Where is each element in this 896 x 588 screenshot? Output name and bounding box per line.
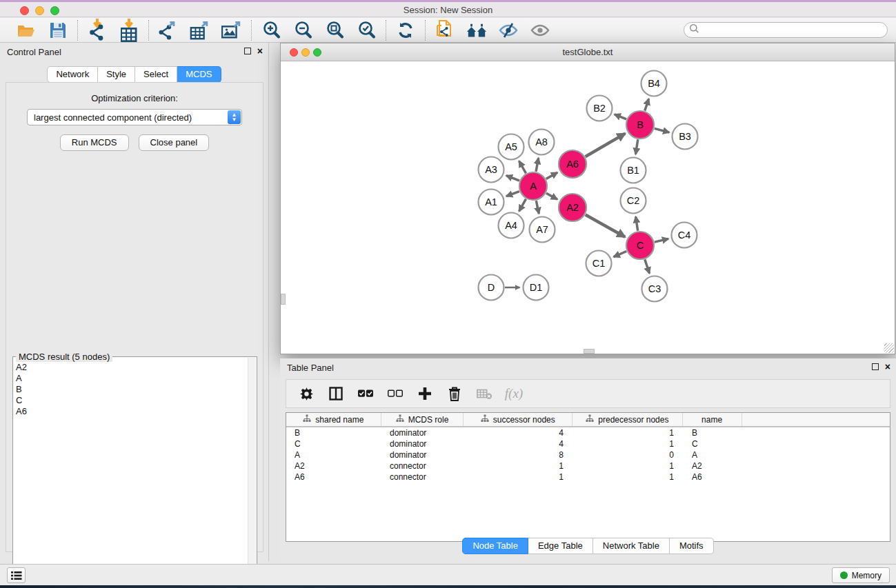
column-header-successor-nodes[interactable]: successor nodes <box>464 413 573 426</box>
close-panel-button[interactable]: Close panel <box>139 134 210 151</box>
graph-node-D1[interactable]: D1 <box>524 275 549 301</box>
export-table-icon[interactable] <box>190 20 210 41</box>
edge-A-A7[interactable] <box>536 201 539 214</box>
float-panel-icon[interactable] <box>244 48 251 54</box>
window-resize-grip[interactable] <box>884 343 894 353</box>
graph-node-B2[interactable]: B2 <box>587 96 613 121</box>
tab-select[interactable]: Select <box>135 66 177 83</box>
export-network-icon[interactable] <box>158 20 179 41</box>
graph-node-A7[interactable]: A7 <box>530 217 555 243</box>
graph-node-A5[interactable]: A5 <box>499 134 524 160</box>
export-image-icon[interactable] <box>221 20 242 41</box>
canvas-left-handle[interactable] <box>281 294 286 305</box>
edge-A-A1[interactable] <box>506 192 519 196</box>
select-all-icon[interactable] <box>358 386 373 401</box>
result-item[interactable]: B <box>16 384 246 395</box>
edge-B-B1[interactable] <box>636 139 638 154</box>
column-header-MCDS-role[interactable]: MCDS role <box>381 413 464 426</box>
column-header-name[interactable]: name <box>683 413 742 426</box>
new-network-icon[interactable] <box>435 20 455 41</box>
edge-A2-C[interactable] <box>586 215 626 237</box>
zoom-fit-icon[interactable] <box>324 20 345 41</box>
result-item[interactable]: A <box>16 373 246 384</box>
graph-node-C2[interactable]: C2 <box>621 188 646 214</box>
table-row[interactable]: A6connector11A6 <box>286 472 890 483</box>
close-panel-icon[interactable]: × <box>257 48 263 54</box>
canvas-bottom-handle[interactable] <box>584 349 595 354</box>
edge-B-B2[interactable] <box>615 114 626 119</box>
refresh-layout-icon[interactable] <box>395 20 416 41</box>
graph-node-A[interactable]: A <box>519 172 547 200</box>
edge-A-A5[interactable] <box>519 161 526 174</box>
graph-node-A2[interactable]: A2 <box>559 194 586 221</box>
split-panel-icon[interactable] <box>328 386 344 401</box>
criterion-dropdown[interactable]: largest connected component (directed) ▲… <box>27 109 242 125</box>
zoom-out-icon[interactable] <box>292 20 313 41</box>
graph-node-A6[interactable]: A6 <box>559 150 586 178</box>
home-icon[interactable] <box>466 20 487 41</box>
tab-mcds[interactable]: MCDS <box>177 66 221 83</box>
result-item[interactable]: C <box>16 395 246 406</box>
edge-C-C2[interactable] <box>636 216 638 231</box>
edge-C-C3[interactable] <box>645 259 650 273</box>
network-graph[interactable]: B4B2BB3A5A8A6B1A3AA1C2A2A4A7C4CC1C3DD1 <box>281 61 895 354</box>
result-scrollbar[interactable] <box>248 358 256 587</box>
hide-panel-icon[interactable] <box>498 20 519 41</box>
network-canvas[interactable]: B4B2BB3A5A8A6B1A3AA1C2A2A4A7C4CC1C3DD1 <box>281 61 895 354</box>
network-window-titlebar[interactable]: testGlobe.txt <box>281 43 895 61</box>
graph-node-C[interactable]: C <box>626 232 654 259</box>
graph-node-C4[interactable]: C4 <box>672 223 697 248</box>
trash-icon[interactable] <box>447 386 462 401</box>
column-header-predecessor-nodes[interactable]: predecessor nodes <box>573 413 683 426</box>
result-item[interactable]: A2 <box>16 362 246 373</box>
column-header-shared-name[interactable]: shared name <box>286 413 381 426</box>
task-history-button[interactable] <box>7 567 26 583</box>
edge-A-A6[interactable] <box>546 172 558 179</box>
graph-node-B[interactable]: B <box>626 111 654 139</box>
edge-A-A2[interactable] <box>546 193 557 199</box>
edge-C-C4[interactable] <box>655 239 668 242</box>
edge-B-B4[interactable] <box>645 99 649 110</box>
tab-style[interactable]: Style <box>98 66 135 83</box>
edge-B-B3[interactable] <box>655 128 670 132</box>
graph-node-A3[interactable]: A3 <box>479 157 504 183</box>
tab-network-table[interactable]: Network Table <box>593 538 670 554</box>
save-session-icon[interactable] <box>48 20 68 41</box>
result-item[interactable]: A6 <box>16 406 246 417</box>
deselect-all-icon[interactable] <box>388 386 403 401</box>
table-row[interactable]: Adominator80A <box>286 449 890 460</box>
graph-node-A4[interactable]: A4 <box>499 213 524 239</box>
graph-node-C3[interactable]: C3 <box>642 276 668 302</box>
zoom-in-icon[interactable] <box>261 20 281 41</box>
memory-button[interactable]: Memory <box>832 567 890 583</box>
edge-A-A4[interactable] <box>519 199 526 212</box>
table-row[interactable]: A2connector11A2 <box>286 460 890 472</box>
import-table-icon[interactable] <box>119 20 139 41</box>
graph-node-D[interactable]: D <box>479 275 504 301</box>
open-session-icon[interactable] <box>16 20 37 41</box>
import-network-icon[interactable] <box>87 20 108 41</box>
table-row[interactable]: Cdominator41C <box>286 438 890 449</box>
edge-A-A3[interactable] <box>506 176 519 181</box>
table-float-panel-icon[interactable] <box>872 363 879 370</box>
add-column-icon[interactable] <box>417 386 432 401</box>
graph-node-A1[interactable]: A1 <box>479 190 504 215</box>
graph-node-B4[interactable]: B4 <box>641 71 667 97</box>
edge-A-A8[interactable] <box>536 158 539 172</box>
tab-network[interactable]: Network <box>47 66 98 83</box>
zoom-selected-icon[interactable] <box>356 20 377 41</box>
graph-node-B3[interactable]: B3 <box>673 124 698 150</box>
run-mcds-button[interactable]: Run MCDS <box>60 134 129 151</box>
edge-A6-B[interactable] <box>586 134 626 157</box>
tab-motifs[interactable]: Motifs <box>670 538 714 554</box>
gear-icon[interactable] <box>299 386 314 401</box>
tab-node-table[interactable]: Node Table <box>462 538 528 554</box>
show-eye-icon[interactable] <box>530 20 550 41</box>
graph-node-A8[interactable]: A8 <box>529 130 555 155</box>
graph-node-C1[interactable]: C1 <box>586 251 612 276</box>
table-row[interactable]: Bdominator41B <box>286 427 890 438</box>
table-close-panel-icon[interactable]: × <box>885 363 890 370</box>
graph-node-B1[interactable]: B1 <box>621 158 646 183</box>
search-input[interactable] <box>699 23 887 37</box>
search-field[interactable] <box>684 22 888 38</box>
